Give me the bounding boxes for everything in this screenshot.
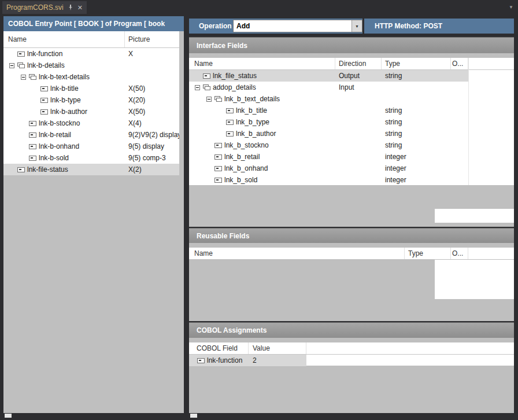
- field-name-label: lnk_file_status: [213, 72, 257, 80]
- tree-table-header: Name Picture: [3, 31, 179, 48]
- type-cell: [382, 93, 451, 105]
- tree-expander-icon[interactable]: [206, 97, 212, 102]
- reusable-fields-header: Reusable Fields: [189, 228, 514, 243]
- picture-cell: [125, 71, 179, 83]
- left-horizontal-scrollbar[interactable]: [3, 413, 184, 418]
- field-icon: [40, 98, 48, 103]
- interface-fields-body: Name Direction Type O... lnk_file_status…: [189, 53, 514, 227]
- column-header-name[interactable]: Name: [189, 58, 335, 69]
- direction-cell: [335, 128, 382, 139]
- o-cell: [451, 82, 468, 93]
- document-tab[interactable]: ProgramCORS.svi ✕: [2, 1, 87, 14]
- field-icon: [17, 51, 25, 57]
- operation-select[interactable]: Add ▼: [233, 20, 362, 32]
- column-header-o[interactable]: O...: [451, 58, 468, 69]
- picture-cell: X(50): [125, 106, 179, 117]
- tree-row[interactable]: lnk-b-stocknoX(4): [3, 117, 179, 129]
- tree-row[interactable]: lnk-b-text-details: [3, 71, 179, 83]
- direction-cell: [335, 116, 382, 128]
- field-icon: [29, 121, 36, 126]
- direction-cell: [335, 93, 382, 105]
- field-name-cell: lnk_b_onhand: [189, 163, 335, 174]
- cobol-assignments-body: COBOL Field Value lnk-function2: [189, 338, 514, 413]
- field-name-label: lnk_b_onhand: [224, 164, 268, 172]
- column-header-type[interactable]: Type: [405, 248, 451, 259]
- chevron-down-icon[interactable]: ▼: [509, 5, 513, 10]
- picture-value: 9(5) display: [128, 142, 164, 150]
- table-row[interactable]: addop_detailsInput: [189, 82, 468, 93]
- type-cell: string: [382, 105, 451, 116]
- type-cell: string: [382, 128, 451, 139]
- tree-indent-spacer: [206, 157, 214, 157]
- interface-fields-section: Interface Fields Name Direction Type O..…: [189, 37, 514, 227]
- pin-icon[interactable]: [68, 5, 73, 10]
- right-horizontal-scrollbar[interactable]: [189, 413, 514, 418]
- tree-row[interactable]: lnk-b-authorX(50): [3, 106, 179, 117]
- table-row[interactable]: lnk_b_onhandinteger: [189, 163, 468, 174]
- scrollbar-thumb[interactable]: [5, 414, 12, 418]
- field-name-cell: addop_details: [189, 82, 335, 93]
- close-icon[interactable]: ✕: [77, 5, 83, 11]
- column-header-cobol-field[interactable]: COBOL Field: [189, 342, 249, 354]
- operation-label: Operation: [199, 22, 232, 30]
- document-tab-bar: ProgramCORS.svi ✕ ▼: [0, 0, 518, 15]
- picture-cell: X(50): [125, 83, 179, 94]
- tree-expander-icon[interactable]: [195, 85, 200, 90]
- cobol-field-label: lnk-function: [207, 356, 242, 364]
- table-row[interactable]: lnk_b_retailinteger: [189, 151, 468, 163]
- cobol-assignments-section: COBOL Assignments COBOL Field Value lnk-…: [189, 322, 514, 413]
- column-header-name[interactable]: Name: [3, 31, 125, 47]
- operation-bar-left: Operation Add ▼: [189, 19, 362, 34]
- tree-row[interactable]: lnk-b-onhand9(5) display: [3, 141, 179, 152]
- table-row[interactable]: lnk_b_authorstring: [189, 128, 468, 139]
- table-row[interactable]: lnk_b_soldinteger: [189, 174, 468, 186]
- column-header-picture[interactable]: Picture: [125, 31, 179, 47]
- scrollbar-thumb[interactable]: [190, 414, 197, 418]
- cobol-assignments-header: COBOL Assignments: [189, 322, 514, 338]
- tree-row[interactable]: lnk-b-retail9(2)V9(2) display: [3, 129, 179, 141]
- column-header-o[interactable]: O...: [451, 248, 468, 259]
- field-icon: [17, 167, 25, 172]
- direction-cell: [335, 151, 382, 163]
- table-row[interactable]: lnk_b_text_details: [189, 93, 468, 105]
- tree-row[interactable]: lnk-b-titleX(50): [3, 83, 179, 94]
- table-row[interactable]: lnk-function2: [189, 355, 514, 366]
- tree-row[interactable]: lnk-b-details: [3, 60, 179, 71]
- field-icon: [226, 108, 234, 113]
- column-header-value[interactable]: Value: [249, 342, 306, 354]
- tree-indent-spacer: [21, 146, 29, 147]
- type-value: string: [385, 118, 402, 126]
- cobol-assignments-table: COBOL Field Value lnk-function2: [189, 342, 514, 366]
- field-icon: [226, 120, 234, 125]
- tree-row[interactable]: lnk-functionX: [3, 48, 179, 60]
- picture-value: X(20): [128, 96, 145, 104]
- tree-indent-spacer: [218, 134, 226, 134]
- picture-value: 9(5) comp-3: [128, 154, 166, 162]
- column-header-direction[interactable]: Direction: [335, 58, 382, 69]
- table-row[interactable]: lnk_b_titlestring: [189, 105, 468, 116]
- section-title: Interface Fields: [197, 42, 247, 50]
- tree-expander-icon[interactable]: [9, 63, 14, 68]
- type-value: string: [385, 106, 402, 115]
- table-row[interactable]: lnk_file_statusOutputstring: [189, 70, 468, 82]
- tree-expander-icon[interactable]: [21, 75, 26, 80]
- field-icon: [29, 132, 36, 138]
- value-cell: 2: [249, 355, 306, 366]
- dropdown-arrow-icon[interactable]: ▼: [352, 20, 362, 32]
- column-header-name[interactable]: Name: [189, 248, 405, 259]
- tree-name-cell: lnk-b-details: [3, 60, 125, 71]
- tree-row[interactable]: lnk-file-statusX(2): [3, 164, 179, 175]
- field-name-label: lnk_b_sold: [224, 176, 257, 184]
- tree-row[interactable]: lnk-b-typeX(20): [3, 94, 179, 106]
- service-interface-panel: Operation Add ▼ HTTP Method: POST Interf…: [189, 16, 514, 413]
- field-name-label: addop_details: [213, 83, 256, 91]
- tree-row[interactable]: lnk-b-sold9(5) comp-3: [3, 152, 179, 164]
- field-name-label: lnk_b_text_details: [224, 95, 280, 103]
- table-row[interactable]: lnk_b_typestring: [189, 116, 468, 128]
- column-header-type[interactable]: Type: [382, 58, 451, 69]
- field-icon: [40, 109, 48, 115]
- table-row[interactable]: lnk_b_stocknostring: [189, 139, 468, 151]
- field-name-cell: lnk_b_text_details: [189, 93, 335, 105]
- picture-cell: X(20): [125, 94, 179, 106]
- field-icon: [214, 166, 222, 171]
